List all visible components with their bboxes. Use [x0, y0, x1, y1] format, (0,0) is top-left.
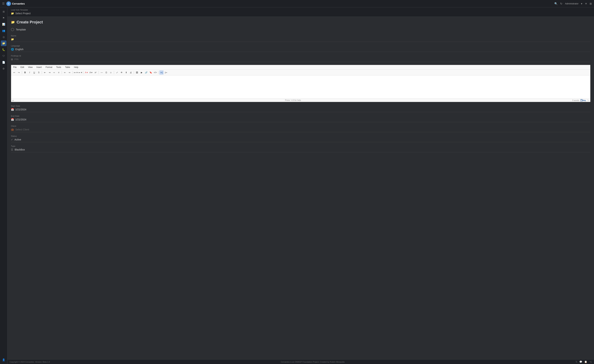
sidebar-item-flag[interactable]: ⚑ [1, 15, 7, 21]
sidebar-item-profile[interactable]: 👤 [1, 357, 7, 363]
start-date-value[interactable]: 1/21/2024 [15, 108, 26, 111]
refresh-icon[interactable]: ↻ [560, 2, 562, 5]
template-row[interactable]: Template [11, 28, 590, 31]
sun-icon[interactable]: ☀ [585, 2, 587, 5]
status-value[interactable]: Active [14, 138, 21, 141]
sidebar-item-shield[interactable]: 🛡 [1, 53, 7, 59]
type-input-row[interactable]: ☰ BlackBox [11, 148, 590, 152]
menu-table[interactable]: Table [64, 66, 71, 69]
toolbar-download[interactable]: ⬇ [124, 70, 128, 75]
footer-slack-icon[interactable]: 📋 [584, 360, 587, 363]
template-label: Template [16, 28, 26, 31]
findings-id-input-row[interactable]: ⊞ FIN [11, 58, 590, 62]
content-area: Load Vuln Template 📁 Select Project 📁 Cr… [7, 7, 594, 364]
load-vuln-panel: Load Vuln Template 📁 Select Project [7, 7, 594, 17]
toolbar-align-left[interactable]: ⇤ [43, 70, 47, 75]
status-input-row[interactable]: ✓ Active [11, 138, 590, 142]
client-icon: 💼 [11, 128, 14, 131]
toolbar-align-justify[interactable]: ≡ [57, 70, 61, 75]
editor-body[interactable] [11, 76, 590, 98]
toolbar-link[interactable]: 🔗 [144, 70, 148, 75]
sidebar-item-home[interactable]: ⊞ [1, 9, 7, 14]
toolbar-underline[interactable]: U [32, 70, 36, 75]
toolbar-hrule[interactable]: — [100, 70, 104, 75]
toolbar-bookmark[interactable]: 🔖 [148, 70, 153, 75]
status-label: Status [11, 135, 590, 137]
type-icon: ☰ [11, 148, 13, 151]
user-chevron-icon[interactable]: ▾ [581, 2, 582, 5]
client-value[interactable]: Select Client [15, 128, 29, 131]
toolbar-undo[interactable]: ↩ [12, 70, 16, 75]
footer-right: 𝕏 💬 📋 ⌥ [575, 360, 592, 363]
end-date-input-row[interactable]: 📅 1/21/2024 [11, 118, 590, 122]
select-project-folder-icon: 📁 [11, 12, 14, 15]
toolbar-italic[interactable]: I [27, 70, 32, 75]
editor-resize-handle[interactable]: ⤡ [587, 99, 589, 101]
toolbar-indent-in[interactable]: ⇒ [67, 70, 72, 75]
toolbar-strikethrough[interactable]: S [37, 70, 41, 75]
template-radio[interactable] [11, 28, 14, 31]
menu-tools[interactable]: Tools [55, 66, 62, 69]
type-value[interactable]: BlackBox [15, 148, 25, 151]
start-date-input-row[interactable]: 📅 1/21/2024 [11, 108, 590, 112]
topbar-right: 🔍 ↻ Administrator ▾ ☀ ⊞ [554, 2, 592, 5]
type-label: Type [11, 145, 590, 147]
editor-menubar: File Edit View Insert Format Tools Table… [11, 65, 590, 70]
sidebar-item-settings[interactable]: ⚙ [1, 66, 7, 72]
footer-discord-icon[interactable]: 💬 [579, 360, 582, 363]
toolbar-omega[interactable]: Ω [104, 70, 108, 75]
toolbar-number-list[interactable]: ≔ ▾ [78, 70, 82, 75]
toolbar-code[interactable]: </> [153, 70, 157, 75]
toolbar-indent-out[interactable]: ⇐ [63, 70, 67, 75]
footer-github-icon[interactable]: ⌥ [589, 360, 592, 363]
page-folder-icon: 📁 [11, 20, 15, 24]
findings-id-field: Findings Id ⊞ FIN [11, 55, 590, 62]
editor-hint: Press ⌥0 for help [285, 99, 301, 101]
sidebar-item-docs[interactable]: 📄 [1, 59, 7, 65]
menu-format[interactable]: Format [45, 66, 53, 69]
toolbar-print[interactable]: 🖨 [129, 70, 133, 75]
end-date-value[interactable]: 1/21/2024 [15, 118, 26, 121]
toolbar-superscript[interactable]: x² [94, 70, 98, 75]
toolbar-bold[interactable]: B [23, 70, 27, 75]
name-icon: 📁 [11, 38, 14, 41]
menu-edit[interactable]: Edit [20, 66, 25, 69]
sidebar-item-users[interactable]: 👥 [1, 28, 7, 33]
menu-view[interactable]: View [27, 66, 33, 69]
grid-icon[interactable]: ⊞ [590, 2, 592, 5]
toolbar-align-center[interactable]: ⇥ [47, 70, 52, 75]
sidebar-item-bug[interactable]: 🐛 [1, 47, 7, 52]
language-value[interactable]: English [15, 48, 23, 51]
menu-help[interactable]: Help [73, 66, 79, 69]
toolbar-emoji[interactable]: ☺ [109, 70, 113, 75]
client-input-row[interactable]: 💼 Select Client [11, 128, 590, 132]
toolbar-align-right[interactable]: ⇨ [52, 70, 56, 75]
footer-twitter-icon[interactable]: 𝕏 [575, 360, 577, 363]
select-project-row[interactable]: 📁 Select Project [11, 12, 590, 15]
toolbar-bullet-list[interactable]: ≔ ▾ [74, 70, 78, 75]
toolbar-font-color[interactable]: A ▾ [84, 70, 88, 75]
toolbar-ltr[interactable]: ⇒| [159, 70, 164, 75]
hamburger-icon[interactable]: ☰ [2, 2, 5, 5]
toolbar-highlight[interactable]: A ▾ [89, 70, 93, 75]
sidebar-item-target[interactable]: ◎ [1, 34, 7, 40]
menu-file[interactable]: File [13, 66, 17, 69]
language-globe-icon: 🌐 [11, 48, 14, 51]
toolbar-fullscreen[interactable]: ⤢ [115, 70, 119, 75]
toolbar-rtl[interactable]: |⇐ [164, 70, 168, 75]
language-input-row[interactable]: 🌐 English [11, 48, 590, 52]
status-icon: ✓ [11, 138, 13, 141]
sidebar-item-chart[interactable]: 📊 [1, 21, 7, 27]
toolbar-sep-5 [83, 71, 83, 74]
toolbar-image[interactable]: 🖼 [135, 70, 139, 75]
menu-insert[interactable]: Insert [36, 66, 42, 69]
toolbar-preview[interactable]: 👁 [120, 70, 124, 75]
toolbar-media[interactable]: ▶ [139, 70, 144, 75]
toolbar-redo[interactable]: ↪ [17, 70, 21, 75]
name-input-row[interactable]: 📁 [11, 38, 590, 42]
name-label: Name [11, 35, 590, 37]
findings-id-value[interactable]: FIN [14, 58, 19, 61]
search-icon[interactable]: 🔍 [554, 2, 558, 5]
user-name: Administrator [565, 2, 579, 5]
sidebar-item-projects[interactable]: 📁 [1, 40, 7, 46]
